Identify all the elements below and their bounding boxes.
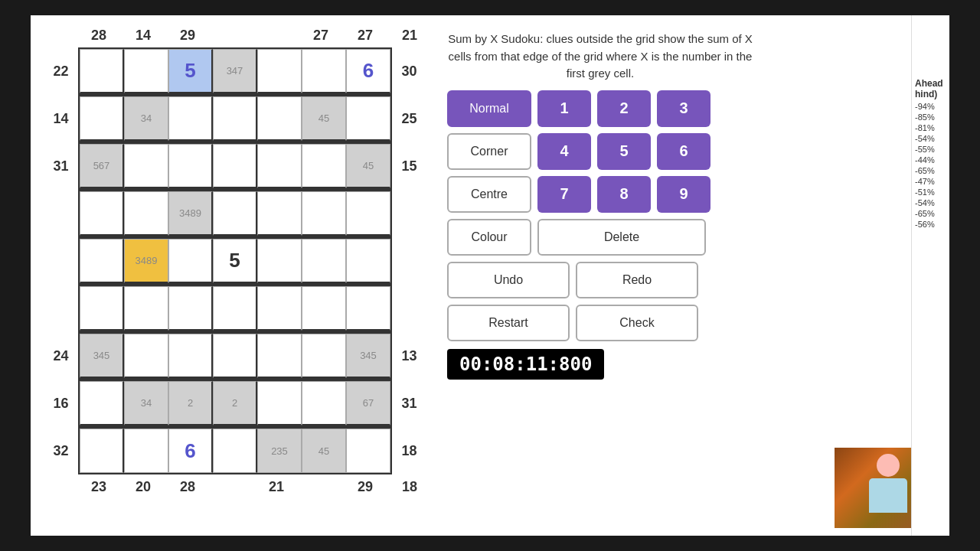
cell-7-5[interactable] bbox=[257, 334, 302, 378]
grid-row-5: 3489 5 bbox=[44, 237, 426, 285]
cell-7-2[interactable] bbox=[124, 334, 168, 378]
cell-9-7[interactable] bbox=[346, 429, 390, 473]
ahead-label: Aheadhind) bbox=[912, 77, 949, 101]
cell-9-6[interactable]: 45 bbox=[302, 429, 346, 473]
num-button-3[interactable]: 3 bbox=[657, 90, 710, 127]
cell-6-5[interactable] bbox=[257, 286, 302, 331]
centre-mode-button[interactable]: Centre bbox=[447, 176, 531, 213]
sidebar-item-1: -94% bbox=[912, 101, 949, 112]
cell-3-5[interactable] bbox=[257, 144, 302, 188]
cell-3-2[interactable] bbox=[124, 144, 168, 188]
cell-5-1[interactable] bbox=[80, 239, 124, 283]
cell-1-5[interactable] bbox=[257, 49, 302, 93]
cell-8-2[interactable]: 34 bbox=[124, 381, 168, 425]
top-clue-3: 29 bbox=[165, 23, 210, 47]
delete-button[interactable]: Delete bbox=[537, 219, 706, 256]
num-button-8[interactable]: 8 bbox=[597, 176, 651, 213]
check-button[interactable]: Check bbox=[576, 305, 698, 341]
sidebar-item-11: -65% bbox=[912, 208, 949, 219]
cell-2-7[interactable] bbox=[346, 96, 390, 141]
far-right-sidebar: Aheadhind) -94% -85% -81% -54% -55% -44%… bbox=[911, 15, 949, 536]
corner-mode-button[interactable]: Corner bbox=[447, 133, 531, 170]
cell-6-4[interactable] bbox=[213, 286, 257, 331]
num-button-6[interactable]: 6 bbox=[657, 133, 710, 170]
cell-4-4[interactable] bbox=[213, 191, 257, 236]
cell-5-6[interactable] bbox=[302, 239, 346, 283]
cell-2-1[interactable] bbox=[80, 96, 124, 141]
cell-5-7[interactable] bbox=[346, 239, 390, 283]
cell-1-2[interactable] bbox=[124, 49, 168, 93]
cell-8-6[interactable] bbox=[302, 381, 346, 425]
sidebar-item-10: -54% bbox=[912, 197, 949, 208]
num-button-1[interactable]: 1 bbox=[537, 90, 591, 127]
cell-6-2[interactable] bbox=[124, 286, 168, 331]
cell-6-7[interactable] bbox=[346, 286, 390, 331]
num-button-9[interactable]: 9 bbox=[657, 176, 710, 213]
cell-3-6[interactable] bbox=[302, 144, 346, 188]
cell-3-3[interactable] bbox=[168, 144, 213, 188]
bottom-clue-6 bbox=[299, 474, 343, 499]
right-panel: Sum by X Sudoku: clues outside the grid … bbox=[447, 23, 942, 380]
cell-1-4[interactable]: 347 bbox=[213, 49, 257, 93]
cell-8-7[interactable]: 67 bbox=[346, 381, 390, 425]
cell-2-4[interactable] bbox=[213, 96, 257, 141]
cell-2-2[interactable]: 34 bbox=[124, 96, 168, 141]
cell-4-5[interactable] bbox=[257, 191, 302, 236]
cell-1-1[interactable] bbox=[80, 49, 124, 93]
top-clue-7: 27 bbox=[343, 23, 387, 47]
top-clue-1: 28 bbox=[77, 23, 121, 47]
cell-1-7[interactable]: 6 bbox=[346, 49, 390, 93]
cell-7-3[interactable] bbox=[168, 334, 213, 378]
cell-4-6[interactable] bbox=[302, 191, 346, 236]
cell-3-7[interactable]: 45 bbox=[346, 144, 390, 188]
restart-button[interactable]: Restart bbox=[447, 305, 570, 341]
cell-2-3[interactable] bbox=[168, 96, 213, 141]
cell-4-3[interactable]: 3489 bbox=[168, 191, 213, 236]
num-button-4[interactable]: 4 bbox=[537, 133, 591, 170]
cell-6-1[interactable] bbox=[80, 286, 124, 331]
colour-mode-button[interactable]: Colour bbox=[447, 219, 531, 256]
cell-7-7[interactable]: 345 bbox=[346, 334, 390, 378]
num-button-2[interactable]: 2 bbox=[597, 90, 651, 127]
cell-2-6[interactable]: 45 bbox=[302, 96, 346, 141]
cell-4-2[interactable] bbox=[124, 191, 168, 236]
cell-9-2[interactable] bbox=[124, 429, 168, 473]
cell-9-4[interactable] bbox=[213, 429, 257, 473]
cell-9-5[interactable]: 235 bbox=[257, 429, 302, 473]
cell-5-5[interactable] bbox=[257, 239, 302, 283]
bottom-clue-8: 18 bbox=[387, 474, 432, 499]
cell-2-5[interactable] bbox=[257, 96, 302, 141]
cell-7-4[interactable] bbox=[213, 334, 257, 378]
left-clue-9: 32 bbox=[44, 429, 78, 473]
cell-3-4[interactable] bbox=[213, 144, 257, 188]
cell-3-1[interactable]: 567 bbox=[80, 144, 124, 188]
bottom-clue-5: 21 bbox=[254, 474, 299, 499]
cell-1-6[interactable] bbox=[302, 49, 346, 93]
cell-8-1[interactable] bbox=[80, 381, 124, 425]
num-button-7[interactable]: 7 bbox=[537, 176, 591, 213]
redo-button[interactable]: Redo bbox=[576, 262, 698, 298]
cell-9-1[interactable] bbox=[80, 429, 124, 473]
sidebar-item-3: -81% bbox=[912, 122, 949, 133]
cell-8-5[interactable] bbox=[257, 381, 302, 425]
grid-row-8: 16 34 2 2 67 31 bbox=[44, 380, 426, 427]
sidebar-item-6: -44% bbox=[912, 155, 949, 165]
cell-7-6[interactable] bbox=[302, 334, 346, 378]
cell-7-1[interactable]: 345 bbox=[80, 334, 124, 378]
cell-1-3[interactable]: 5 bbox=[168, 49, 213, 93]
cell-5-4[interactable]: 5 bbox=[213, 239, 257, 283]
normal-mode-button[interactable]: Normal bbox=[447, 90, 531, 127]
cell-8-4[interactable]: 2 bbox=[213, 381, 257, 425]
cell-9-3[interactable]: 6 bbox=[168, 429, 213, 473]
cell-6-3[interactable] bbox=[168, 286, 213, 331]
cell-5-3[interactable] bbox=[168, 239, 213, 283]
undo-button[interactable]: Undo bbox=[447, 262, 570, 298]
cell-8-3[interactable]: 2 bbox=[168, 381, 213, 425]
cell-6-6[interactable] bbox=[302, 286, 346, 331]
right-clue-5 bbox=[392, 239, 426, 283]
cell-4-7[interactable] bbox=[346, 191, 390, 236]
num-button-5[interactable]: 5 bbox=[597, 133, 651, 170]
cell-5-2[interactable]: 3489 bbox=[124, 239, 168, 283]
grid-row-3: 31 567 45 15 bbox=[44, 142, 426, 190]
cell-4-1[interactable] bbox=[80, 191, 124, 236]
